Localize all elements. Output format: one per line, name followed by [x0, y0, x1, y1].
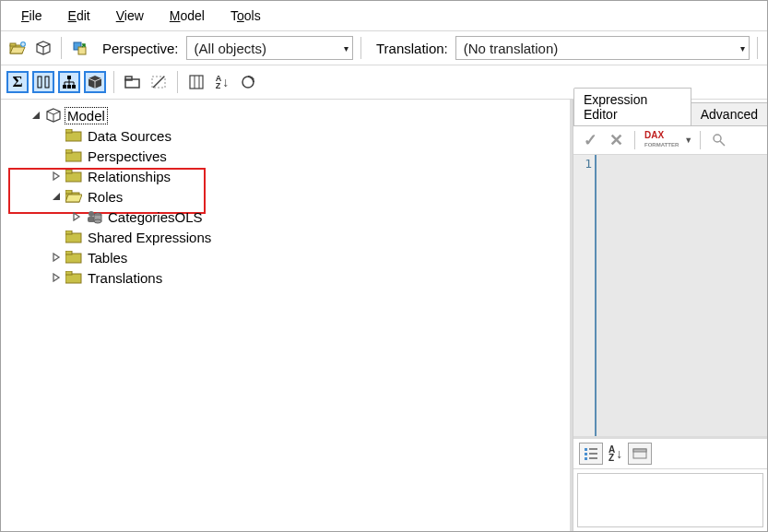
svg-rect-7: [78, 47, 86, 54]
cancel-button[interactable]: ✕: [605, 129, 627, 151]
toolbar-divider: [61, 37, 62, 59]
expander-closed-icon[interactable]: [71, 211, 82, 222]
translation-label: Translation:: [376, 41, 448, 56]
chevron-down-icon: ▾: [713, 43, 745, 53]
tree-row-model[interactable]: Model: [10, 105, 566, 125]
svg-line-59: [720, 141, 725, 146]
tree-row-roles[interactable]: Roles: [10, 186, 566, 207]
app-window: File Edit View Model Tools: [0, 0, 768, 532]
svg-rect-9: [45, 77, 49, 88]
tree-row-tables[interactable]: Tables: [10, 247, 566, 267]
svg-rect-62: [585, 453, 587, 455]
folder-open-icon: [9, 41, 26, 55]
alphabetical-button[interactable]: AZ ↓: [608, 445, 622, 462]
cube-icon: [35, 40, 52, 56]
accept-button[interactable]: ✓: [579, 129, 601, 151]
svg-marker-40: [53, 193, 60, 200]
dax-format-button[interactable]: DAXFORMATTER: [643, 129, 680, 151]
layout-button[interactable]: [185, 71, 207, 93]
toolbar-main: Perspective: (All objects) ▾ Translation…: [1, 31, 767, 65]
search-button[interactable]: [708, 129, 730, 151]
folder-icon: [65, 128, 82, 143]
tree-label-model[interactable]: Model: [65, 108, 107, 124]
property-pages-button[interactable]: [628, 443, 652, 465]
tree-panel[interactable]: Model Data Sources Perspectives: [1, 100, 573, 531]
open-folder-button[interactable]: [6, 37, 29, 59]
svg-rect-11: [63, 85, 66, 89]
refresh-button[interactable]: [237, 71, 259, 93]
svg-marker-43: [65, 195, 82, 202]
tree-label[interactable]: CategoriesOLS: [106, 209, 205, 225]
hierarchy-button[interactable]: [58, 71, 80, 93]
svg-rect-57: [65, 271, 72, 275]
svg-rect-12: [67, 85, 71, 89]
expander-closed-icon[interactable]: [51, 171, 62, 182]
svg-rect-39: [65, 170, 72, 173]
editor-code[interactable]: [597, 155, 767, 436]
editor-gutter: 1: [573, 155, 597, 436]
folder-icon: [65, 148, 82, 163]
hidden-icon: [150, 75, 167, 89]
properties-panel: AZ ↓: [573, 436, 767, 531]
tree-label[interactable]: Data Sources: [86, 128, 173, 144]
menu-file[interactable]: File: [8, 6, 55, 25]
svg-rect-36: [65, 149, 72, 153]
tree-row-data-sources[interactable]: Data Sources: [10, 125, 566, 146]
columns-button[interactable]: [32, 71, 54, 93]
expander-closed-icon[interactable]: [51, 272, 62, 283]
expander-closed-icon[interactable]: [51, 252, 62, 263]
sigma-icon: Σ: [12, 73, 22, 91]
svg-rect-54: [65, 251, 72, 254]
tab-advanced[interactable]: Advanced: [691, 102, 768, 125]
folder-view-button[interactable]: [122, 71, 144, 93]
tree-row-perspectives[interactable]: Perspectives: [10, 146, 566, 166]
tree-label[interactable]: Tables: [86, 250, 129, 266]
svg-marker-30: [32, 112, 40, 119]
translation-combo[interactable]: (No translation) ▾: [455, 36, 750, 60]
tab-expression-editor[interactable]: Expression Editor: [573, 88, 691, 125]
perspective-value: (All objects): [195, 41, 266, 56]
tree-label[interactable]: Shared Expressions: [86, 230, 213, 245]
svg-rect-51: [65, 231, 72, 234]
menu-tools[interactable]: Tools: [218, 6, 274, 25]
role-icon: [86, 209, 102, 224]
cube-view-button[interactable]: [84, 71, 106, 93]
tree-label[interactable]: Roles: [86, 189, 124, 205]
svg-rect-10: [67, 76, 71, 79]
menu-model[interactable]: Model: [157, 6, 218, 25]
svg-rect-64: [585, 457, 587, 460]
svg-marker-2: [10, 47, 25, 53]
categorized-button[interactable]: [579, 443, 603, 465]
tree-row-translations[interactable]: Translations: [10, 267, 566, 288]
perspective-combo[interactable]: (All objects) ▾: [186, 36, 353, 60]
property-page-icon: [632, 448, 647, 459]
expander-open-icon[interactable]: [30, 110, 41, 121]
menu-edit[interactable]: Edit: [55, 6, 103, 25]
hidden-toggle-button[interactable]: [148, 71, 170, 93]
tree-label[interactable]: Translations: [86, 270, 164, 286]
svg-rect-1: [10, 43, 16, 46]
categorized-icon: [584, 447, 598, 460]
cube-button[interactable]: [32, 37, 54, 59]
deploy-button[interactable]: [69, 37, 91, 59]
expander-open-icon[interactable]: [51, 191, 62, 202]
folder-icon: [65, 230, 82, 244]
svg-rect-67: [633, 449, 646, 452]
folder-icon: [65, 270, 82, 285]
tree-row-relationships[interactable]: Relationships: [10, 166, 566, 186]
menu-view[interactable]: View: [103, 6, 157, 25]
svg-rect-13: [72, 85, 76, 89]
sort-az-button[interactable]: AZ ↓: [211, 71, 233, 93]
tree-row-shared-expressions[interactable]: Shared Expressions: [10, 227, 566, 247]
editor-area[interactable]: 1: [573, 155, 767, 436]
sigma-button[interactable]: Σ: [6, 71, 29, 93]
chevron-down-icon[interactable]: ▼: [684, 136, 692, 145]
check-icon: ✓: [584, 130, 597, 150]
properties-grid[interactable]: [577, 473, 763, 527]
svg-point-45: [89, 211, 94, 217]
tree-label[interactable]: Perspectives: [86, 148, 169, 164]
tree-row-categoriesols[interactable]: CategoriesOLS: [10, 207, 566, 227]
hierarchy-icon: [62, 75, 77, 89]
tree-label[interactable]: Relationships: [86, 169, 172, 184]
perspective-label: Perspective:: [102, 41, 179, 56]
